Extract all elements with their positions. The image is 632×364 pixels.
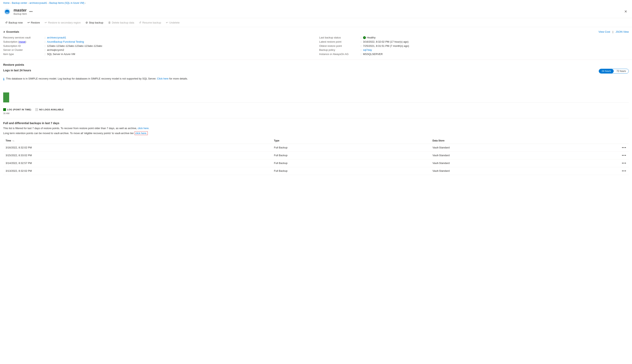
breadcrumb-sep-3: › <box>48 2 49 4</box>
breadcrumb-sep-2: › <box>28 2 29 4</box>
row-datastore-4: Vault-Standard <box>430 167 619 175</box>
row-type-2: Full Backup <box>272 152 430 159</box>
restore-secondary-button[interactable]: ↩ Restore to secondary region <box>43 20 83 25</box>
page-subtitle: Backup Item <box>14 12 27 15</box>
backup-status-value: ✓ Healthy <box>363 36 376 40</box>
timeline-log-bar <box>3 92 9 102</box>
svg-point-1 <box>5 10 9 12</box>
move-link[interactable]: move <box>19 40 25 43</box>
instance-label: Instance or AlwaysOn AG <box>319 52 359 56</box>
undelete-label: Undelete <box>169 21 180 24</box>
subscription-value: AzureBackup Functional Testing <box>47 40 84 44</box>
collapse-icon: ∧ <box>3 30 5 33</box>
row-more-icon-3[interactable]: ••• <box>622 162 626 165</box>
resume-backup-button[interactable]: ↺ Resume backup <box>137 20 163 25</box>
click-here-link-restore[interactable]: click here. <box>138 127 150 130</box>
essentials-actions: View Cost | JSON View <box>598 30 629 33</box>
page-header: master Backup Item ••• ✕ <box>0 6 632 18</box>
view-cost-link[interactable]: View Cost <box>598 30 610 33</box>
policy-link[interactable]: sql7day <box>363 48 372 52</box>
row-actions-2[interactable]: ••• <box>619 152 629 159</box>
row-more-icon-4[interactable]: ••• <box>622 169 626 172</box>
vault-link[interactable]: archiveccyvault1 <box>47 36 66 39</box>
row-actions-4[interactable]: ••• <box>619 167 629 175</box>
legend-log: LOG (POINT IN TIME) <box>3 108 31 111</box>
info-icon: ℹ <box>3 77 5 81</box>
logs-subtitle: Logs in last 24 hours <box>3 69 31 72</box>
restore-points-section: Restore points Logs in last 24 hours 24 … <box>0 60 632 118</box>
breadcrumb-sep-4: › <box>85 2 86 4</box>
more-options-icon[interactable]: ••• <box>29 10 33 13</box>
row-type-3: Full Backup <box>272 159 430 167</box>
essentials-section: ∧ Essentials View Cost | JSON View Recov… <box>0 27 632 60</box>
backups-desc-2: Long term retention points can be moved … <box>3 131 629 135</box>
vault-label: Recovery services vault <box>3 36 43 40</box>
essentials-title-collapse[interactable]: ∧ Essentials <box>3 30 19 33</box>
row-actions-1[interactable]: ••• <box>619 144 629 152</box>
restore-icon: ↩ <box>28 21 30 24</box>
backup-table-body: 3/16/2022, 8:32:02 PM Full Backup Vault-… <box>3 144 629 175</box>
essentials-row-instance: Instance or AlwaysOn AG : MSSQLSERVER <box>319 52 629 56</box>
info-text: This database is in SIMPLE recovery mode… <box>6 77 188 80</box>
toggle-72h-button[interactable]: 72 hours <box>614 69 628 73</box>
row-datastore-1: Vault-Standard <box>430 144 619 152</box>
restore-label: Restore <box>31 21 40 24</box>
breadcrumb-backup-items[interactable]: Backup Items (SQL in Azure VM) <box>49 2 84 4</box>
essentials-title-label: Essentials <box>7 30 19 33</box>
restore-secondary-label: Restore to secondary region <box>48 21 81 24</box>
row-datastore-2: Vault-Standard <box>430 152 619 159</box>
breadcrumb-sep-1: › <box>10 2 11 4</box>
essentials-row-server: Server or Cluster : archsqlccyvm2 <box>3 48 313 52</box>
delete-backup-label: Delete backup data <box>112 21 134 24</box>
essentials-row-vault: Recovery services vault : archiveccyvaul… <box>3 36 313 40</box>
backup-table: Time ↑↓ Type Data Store 3/16/2022, 8:32:… <box>3 138 629 175</box>
server-label: Server or Cluster <box>3 48 43 52</box>
undelete-icon: ↩ <box>166 21 168 24</box>
table-row: 3/14/2022, 8:32:57 PM Full Backup Vault-… <box>3 159 629 167</box>
legend-log-color <box>3 108 6 111</box>
row-type-4: Full Backup <box>272 167 430 175</box>
row-actions-3[interactable]: ••• <box>619 159 629 167</box>
subid-value: 123abc-123abc-123abc-123abc-123abc-123ab… <box>47 44 103 48</box>
essentials-row-latest-restore: Latest restore point : 3/16/2022, 8:32:0… <box>319 40 629 44</box>
toggle-24h-button[interactable]: 24 hours <box>599 69 614 73</box>
row-more-icon-1[interactable]: ••• <box>622 146 626 149</box>
page-icon <box>3 8 11 16</box>
breadcrumb-backup-center[interactable]: Backup center <box>12 2 27 4</box>
subscription-link[interactable]: AzureBackup Functional Testing <box>47 40 84 43</box>
healthy-dot-icon: ✓ <box>363 36 366 39</box>
row-time-3: 3/14/2022, 8:32:57 PM <box>3 159 272 167</box>
restore-button[interactable]: ↩ Restore <box>26 20 42 25</box>
policy-label: Backup policy <box>319 48 359 52</box>
essentials-left: Recovery services vault : archiveccyvaul… <box>3 36 313 56</box>
essentials-row-policy: Backup policy : sql7day <box>319 48 629 52</box>
breadcrumb: Home › Backup center › archiveccyvault1 … <box>0 0 632 6</box>
vault-value: archiveccyvault1 <box>47 36 66 40</box>
instance-value: MSSQLSERVER <box>363 52 383 56</box>
delete-backup-button[interactable]: 🗑 Delete backup data <box>106 20 136 25</box>
full-backups-title: Full and differential backups in last 7 … <box>3 122 629 125</box>
json-view-link[interactable]: JSON View <box>616 30 629 33</box>
breadcrumb-vault[interactable]: archiveccyvault1 <box>29 2 47 4</box>
click-here-link-archive[interactable]: click here. <box>135 131 148 135</box>
click-here-link-logs[interactable]: Click here <box>157 77 169 80</box>
policy-value: sql7day <box>363 48 372 52</box>
essentials-row-itemtype: Item type : SQL Server in Azure VM <box>3 52 313 56</box>
stop-backup-icon: ⊘ <box>86 21 88 24</box>
page-title-block: master Backup Item <box>14 8 27 15</box>
close-button[interactable]: ✕ <box>623 8 629 14</box>
essentials-right: Last backup status : ✓ Healthy Latest re… <box>319 36 629 56</box>
breadcrumb-home[interactable]: Home <box>3 2 10 4</box>
healthy-label: Healthy <box>367 36 376 40</box>
backup-now-button[interactable]: ↺ Backup now <box>3 20 25 25</box>
timeline-legend: LOG (POINT IN TIME) NO LOGS AVAILABLE <box>3 108 629 111</box>
col-time[interactable]: Time ↑↓ <box>3 138 272 144</box>
essentials-grid: Recovery services vault : archiveccyvaul… <box>3 36 629 56</box>
restore-points-title: Restore points <box>3 63 629 66</box>
row-time-1: 3/16/2022, 8:32:02 PM <box>3 144 272 152</box>
row-more-icon-2[interactable]: ••• <box>622 154 626 157</box>
resume-backup-label: Resume backup <box>142 21 161 24</box>
stop-backup-button[interactable]: ⊘ Stop backup <box>84 20 105 25</box>
undelete-button[interactable]: ↩ Undelete <box>164 20 182 25</box>
backup-now-label: Backup now <box>9 21 23 24</box>
